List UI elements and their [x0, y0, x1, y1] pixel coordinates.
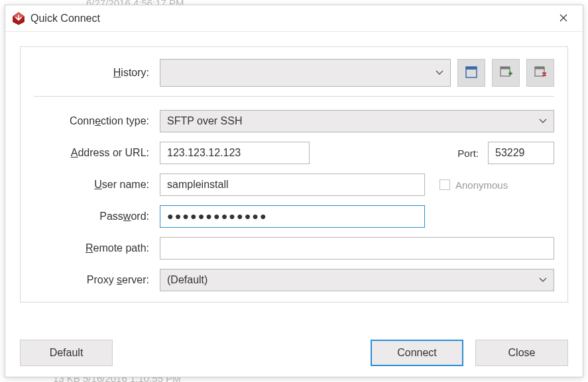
port-input[interactable] — [488, 142, 554, 164]
address-input[interactable] — [160, 142, 310, 164]
history-label: History: — [34, 67, 160, 79]
history-dropdown[interactable] — [160, 59, 451, 87]
proxy-value: (Default) — [167, 274, 207, 286]
svg-rect-5 — [500, 67, 510, 70]
default-button[interactable]: Default — [20, 340, 113, 366]
remote-path-label: Remote path: — [34, 242, 160, 254]
svg-rect-3 — [466, 67, 477, 70]
checkbox-box-icon — [440, 179, 450, 190]
titlebar: Quick Connect — [5, 5, 583, 32]
connection-type-value: SFTP over SSH — [167, 115, 243, 127]
dialog-title: Quick Connect — [30, 13, 548, 24]
anonymous-label: Anonymous — [455, 179, 508, 191]
history-remove-button[interactable] — [526, 59, 554, 87]
close-icon — [559, 13, 567, 24]
password-label: Password: — [34, 211, 160, 222]
panel-plus-icon — [499, 66, 512, 81]
proxy-label: Proxy server: — [34, 274, 160, 286]
app-icon — [12, 12, 25, 25]
panel-icon — [465, 66, 478, 81]
chevron-down-icon — [539, 277, 547, 283]
window-close-button[interactable] — [548, 8, 579, 29]
connection-type-dropdown[interactable]: SFTP over SSH — [160, 110, 554, 132]
password-input[interactable]: ●●●●●●●●●●●●● — [160, 205, 425, 228]
separator — [34, 96, 554, 97]
port-label: Port: — [457, 148, 481, 159]
connect-button[interactable]: Connect — [371, 340, 463, 366]
proxy-dropdown[interactable]: (Default) — [160, 269, 554, 291]
chevron-down-icon — [436, 70, 443, 75]
address-label: Address or URL: — [34, 147, 160, 159]
quick-connect-dialog: Quick Connect History: — [5, 5, 583, 377]
form-panel: History: — [20, 46, 568, 303]
anonymous-checkbox: Anonymous — [440, 179, 508, 191]
svg-rect-7 — [535, 67, 544, 70]
chevron-down-icon — [539, 119, 547, 124]
close-button[interactable]: Close — [475, 340, 568, 366]
username-input[interactable] — [160, 173, 425, 196]
username-label: User name: — [34, 179, 160, 191]
panel-x-icon — [534, 66, 547, 81]
remote-path-input[interactable] — [160, 237, 554, 260]
dialog-footer: Default Connect Close — [20, 328, 568, 366]
connection-type-label: Connection type: — [34, 115, 160, 127]
history-add-button[interactable] — [492, 59, 520, 87]
history-details-button[interactable] — [457, 59, 485, 87]
